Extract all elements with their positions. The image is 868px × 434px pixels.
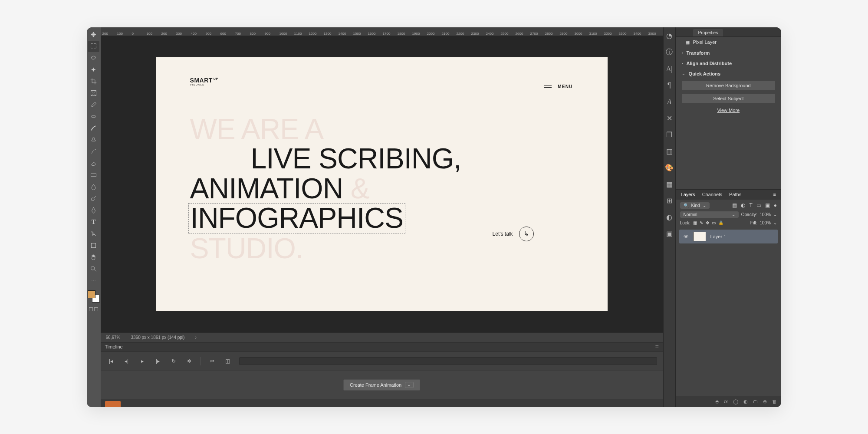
filter-pixel-icon[interactable]: ▦ [732, 202, 737, 208]
lasso-tool-icon[interactable] [88, 53, 99, 64]
align-section[interactable]: ›Align and Distribute [676, 58, 781, 69]
filter-shape-icon[interactable]: ▭ [756, 202, 761, 208]
frame-tool-icon[interactable] [88, 88, 99, 99]
gradient-tool-icon[interactable] [88, 170, 99, 181]
history-panel-icon[interactable]: ◔ [665, 32, 674, 40]
panel-menu-icon[interactable]: ≡ [655, 343, 658, 350]
remove-background-button[interactable]: Remove Background [682, 81, 775, 90]
zoom-tool-icon[interactable] [88, 263, 99, 275]
filter-toggle-icon[interactable]: ● [774, 202, 777, 208]
timeline-title[interactable]: Timeline [105, 344, 123, 349]
link-layers-icon[interactable]: ⬘ [715, 399, 719, 404]
adjustment-icon[interactable]: ◐ [743, 399, 748, 404]
transition-icon[interactable]: ◫ [224, 358, 232, 364]
healing-tool-icon[interactable] [88, 111, 99, 122]
screen-mode-icon[interactable] [89, 307, 98, 311]
pen-tool-icon[interactable] [88, 205, 99, 216]
history-brush-icon[interactable] [88, 146, 99, 158]
pixel-layer-icon: ▦ [685, 39, 690, 45]
wand-tool-icon[interactable]: ✦ [88, 64, 99, 76]
status-chevron-icon[interactable]: › [195, 335, 196, 340]
canvas-viewport[interactable]: SMARTUP VISUALS MENU WE ARE A LIVE SCRIB… [101, 36, 663, 332]
mask-icon[interactable]: ◯ [733, 399, 738, 404]
dodge-tool-icon[interactable] [88, 193, 99, 204]
lock-artboard-icon[interactable]: ▭ [712, 220, 716, 225]
opacity-label: Opacity: [741, 212, 757, 217]
create-frame-animation-button[interactable]: Create Frame Animation ⌄ [343, 379, 420, 391]
svg-point-6 [92, 198, 95, 201]
lock-all-icon[interactable]: 🔒 [718, 220, 723, 225]
burger-icon [544, 85, 552, 88]
fx-icon[interactable]: fx [724, 399, 728, 404]
new-layer-icon[interactable]: ⊕ [763, 399, 767, 404]
character-panel-icon[interactable]: A| [665, 65, 674, 73]
select-subject-button[interactable]: Select Subject [682, 94, 775, 103]
settings-icon[interactable]: ✲ [185, 358, 194, 364]
chevron-down-icon[interactable]: ⌄ [773, 220, 777, 225]
filter-kind-select[interactable]: 🔍 Kind ⌄ [680, 202, 710, 209]
swatches-panel-icon[interactable]: 🎨 [665, 164, 674, 172]
gradient-panel-icon[interactable]: ▥ [665, 147, 674, 156]
paragraph-panel-icon[interactable]: ¶ [665, 81, 674, 90]
shape-tool-icon[interactable] [88, 240, 99, 251]
tab-layers[interactable]: Layers [681, 192, 695, 197]
tab-paths[interactable]: Paths [729, 192, 741, 197]
loop-icon[interactable]: ↻ [169, 358, 178, 364]
play-icon[interactable]: ▸ [138, 358, 147, 364]
3d-panel-icon[interactable]: ❒ [665, 131, 674, 139]
prev-frame-icon[interactable]: ◂| [122, 358, 131, 364]
eyedropper-tool-icon[interactable] [88, 99, 99, 111]
first-frame-icon[interactable]: |◂ [107, 358, 115, 364]
patterns-panel-icon[interactable]: ▦ [665, 180, 674, 189]
timeline-track[interactable] [239, 357, 657, 365]
crop-tool-icon[interactable] [88, 76, 99, 87]
filter-type-icon[interactable]: T [749, 202, 752, 208]
panel-menu-icon[interactable]: ≡ [773, 192, 776, 197]
delete-icon[interactable]: 🗑 [772, 399, 777, 404]
chevron-down-icon[interactable]: ⌄ [773, 212, 777, 217]
text-tool-icon[interactable]: T [88, 217, 99, 228]
blur-tool-icon[interactable] [88, 181, 99, 193]
properties-tab[interactable]: Properties [693, 29, 723, 36]
visibility-icon[interactable]: 👁 [684, 233, 689, 240]
opacity-value[interactable]: 100% [760, 212, 771, 217]
lock-brush-icon[interactable]: ✎ [700, 220, 703, 225]
toolbar-more-icon[interactable]: ⋯ [88, 275, 99, 286]
group-icon[interactable]: 🗀 [753, 399, 758, 404]
hand-tool-icon[interactable] [88, 252, 99, 263]
stamp-tool-icon[interactable] [88, 135, 99, 146]
fill-value[interactable]: 100% [760, 220, 771, 225]
layer-row[interactable]: 👁 Layer 1 [679, 230, 778, 243]
tools-panel-icon[interactable]: ✕ [665, 114, 674, 123]
chevron-down-icon[interactable]: ⌄ [405, 382, 414, 388]
color-swatch[interactable] [88, 290, 100, 302]
adjustments-panel-icon[interactable]: ◐ [665, 213, 674, 222]
blend-mode-select[interactable]: Normal⌄ [680, 211, 739, 218]
grid-panel-icon[interactable]: ⊞ [665, 197, 674, 205]
marquee-tool-icon[interactable] [88, 41, 99, 52]
scissors-icon[interactable]: ✂ [208, 358, 217, 364]
info-panel-icon[interactable]: ⓘ [665, 48, 674, 57]
layer-thumbnail[interactable] [693, 232, 706, 241]
transform-section[interactable]: ›Transform [676, 48, 781, 58]
timeline-controls: |◂ ◂| ▸ |▸ ↻ ✲ ✂ ◫ [101, 352, 663, 371]
layer-name[interactable]: Layer 1 [710, 234, 727, 239]
move-tool-icon[interactable]: ✥ [88, 29, 99, 40]
quick-actions-section[interactable]: ⌄Quick Actions [676, 69, 781, 79]
hero-line2: LIVE SCRIBING, [251, 142, 461, 174]
next-frame-icon[interactable]: |▸ [154, 358, 162, 364]
filter-smart-icon[interactable]: ▣ [765, 202, 770, 208]
glyphs-panel-icon[interactable]: A [665, 98, 674, 106]
libraries-panel-icon[interactable]: ▣ [665, 230, 674, 238]
quick-actions-label: Quick Actions [689, 71, 721, 76]
zoom-level[interactable]: 66,67% [106, 335, 121, 340]
path-select-icon[interactable] [88, 228, 99, 240]
eraser-tool-icon[interactable] [88, 158, 99, 169]
lock-pixel-icon[interactable]: ▦ [693, 220, 697, 225]
brush-tool-icon[interactable] [88, 123, 99, 134]
view-more-link[interactable]: View More [676, 105, 781, 115]
canvas: SMARTUP VISUALS MENU WE ARE A LIVE SCRIB… [156, 57, 608, 311]
tab-channels[interactable]: Channels [702, 192, 722, 197]
filter-adjust-icon[interactable]: ◐ [741, 202, 745, 208]
lock-position-icon[interactable]: ✥ [706, 220, 709, 225]
